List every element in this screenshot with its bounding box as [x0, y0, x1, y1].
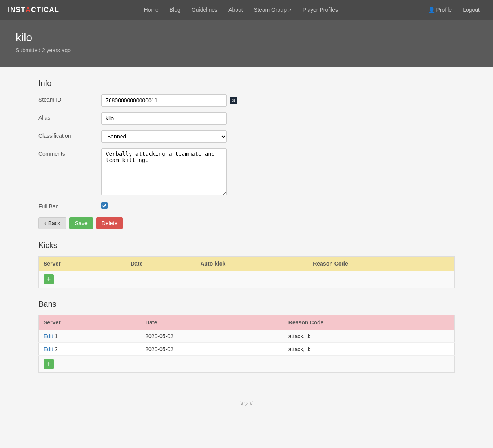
bans-tbody: Edit 1 2020-05-02 attack, tk Edit 2 2020…	[39, 330, 455, 373]
info-section-title: Info	[38, 79, 455, 88]
bans-section-title: Bans	[38, 300, 455, 309]
steam-id-group: Steam ID 76800000000000011 S	[38, 94, 455, 107]
full-ban-checkbox-wrapper	[101, 201, 108, 209]
bans-row2-reason: attack, tk	[284, 343, 455, 356]
bans-row1-server: Edit 1	[39, 330, 141, 343]
bans-edit-link-1[interactable]: Edit	[44, 333, 53, 339]
delete-button[interactable]: Delete	[96, 217, 123, 229]
bans-table: Server Date Reason Code Edit 1 2020-05-0…	[38, 315, 455, 373]
nav-guidelines[interactable]: Guidelines	[186, 0, 223, 20]
alias-group: Alias kilo	[38, 112, 455, 125]
page-header: kilo Submitted 2 years ago	[0, 20, 493, 67]
kicks-tbody: +	[39, 271, 455, 288]
kicks-table: Server Date Auto-kick Reason Code +	[38, 256, 455, 288]
kicks-add-cell: +	[39, 271, 455, 288]
bans-add-row: +	[39, 356, 455, 373]
main-content: Info Steam ID 76800000000000011 S Alias …	[23, 79, 470, 373]
nav-steam-group[interactable]: Steam Group ↗	[248, 0, 297, 20]
bans-add-button[interactable]: +	[44, 359, 54, 369]
bans-thead: Server Date Reason Code	[39, 315, 455, 330]
comments-group: Comments Verbally attacking a teammate a…	[38, 148, 455, 195]
kicks-section: Kicks Server Date Auto-kick Reason Code …	[38, 241, 455, 288]
bans-row1-date: 2020-05-02	[141, 330, 284, 343]
comments-label: Comments	[38, 148, 101, 157]
footer: ¯\(ツ)/¯	[0, 384, 493, 423]
bans-section: Bans Server Date Reason Code Edit 1 2020…	[38, 300, 455, 373]
nav-right: 👤 Profile Logout	[423, 0, 485, 20]
table-row: Edit 1 2020-05-02 attack, tk	[39, 330, 455, 343]
external-icon: ↗	[288, 8, 292, 13]
nav-player-profiles[interactable]: Player Profiles	[297, 0, 343, 20]
user-icon: 👤	[428, 7, 436, 13]
bans-col-reason: Reason Code	[284, 315, 455, 330]
kicks-thead: Server Date Auto-kick Reason Code	[39, 257, 455, 271]
kicks-col-autokick: Auto-kick	[195, 257, 308, 271]
full-ban-checkbox[interactable]	[101, 202, 108, 209]
kicks-col-reason: Reason Code	[308, 257, 454, 271]
classification-select[interactable]: Banned Suspicious Clear	[101, 130, 227, 143]
nav-profile[interactable]: 👤 Profile	[423, 0, 458, 20]
bans-add-cell: +	[39, 356, 455, 373]
action-buttons: ‹ Back Save Delete	[38, 217, 455, 229]
table-row: Edit 2 2020-05-02 attack, tk	[39, 343, 455, 356]
page-title: kilo	[16, 31, 477, 44]
kicks-add-row: +	[39, 271, 455, 288]
bans-row2-date: 2020-05-02	[141, 343, 284, 356]
brand-logo[interactable]: INSTACTICAL	[8, 6, 59, 14]
steam-id-label: Steam ID	[38, 94, 101, 103]
back-arrow-icon: ‹	[44, 220, 46, 226]
bans-col-date: Date	[141, 315, 284, 330]
nav-blog[interactable]: Blog	[164, 0, 186, 20]
kicks-col-date: Date	[126, 257, 196, 271]
brand-text: INST	[8, 6, 26, 14]
brand-text-2: CTICAL	[31, 6, 59, 14]
nav-home[interactable]: Home	[139, 0, 164, 20]
back-button[interactable]: ‹ Back	[38, 217, 66, 229]
brand-a-letter: A	[26, 6, 31, 14]
alias-label: Alias	[38, 112, 101, 121]
bans-edit-link-2[interactable]: Edit	[44, 346, 53, 352]
nav-logout[interactable]: Logout	[457, 0, 485, 20]
full-ban-label: Full Ban	[38, 201, 101, 209]
bans-row1-reason: attack, tk	[284, 330, 455, 343]
classification-group: Classification Banned Suspicious Clear	[38, 130, 455, 143]
navbar: INSTACTICAL Home Blog Guidelines About S…	[0, 0, 493, 20]
kicks-add-button[interactable]: +	[44, 274, 54, 284]
bans-col-server: Server	[39, 315, 141, 330]
kicks-section-title: Kicks	[38, 241, 455, 250]
alias-input[interactable]: kilo	[101, 112, 227, 125]
classification-label: Classification	[38, 130, 101, 139]
bans-row2-server: Edit 2	[39, 343, 141, 356]
steam-icon: S	[230, 97, 237, 104]
steam-id-wrapper: 76800000000000011 S	[101, 94, 237, 107]
footer-text: ¯\(ツ)/¯	[237, 400, 256, 406]
comments-textarea[interactable]: Verbally attacking a teammate and team k…	[101, 148, 227, 195]
save-button[interactable]: Save	[69, 217, 93, 229]
kicks-col-server: Server	[39, 257, 126, 271]
nav-about[interactable]: About	[223, 0, 248, 20]
page-subtitle: Submitted 2 years ago	[16, 47, 477, 53]
steam-id-input[interactable]: 76800000000000011	[101, 94, 227, 107]
nav-links: Home Blog Guidelines About Steam Group ↗…	[139, 0, 344, 20]
full-ban-group: Full Ban	[38, 201, 455, 209]
